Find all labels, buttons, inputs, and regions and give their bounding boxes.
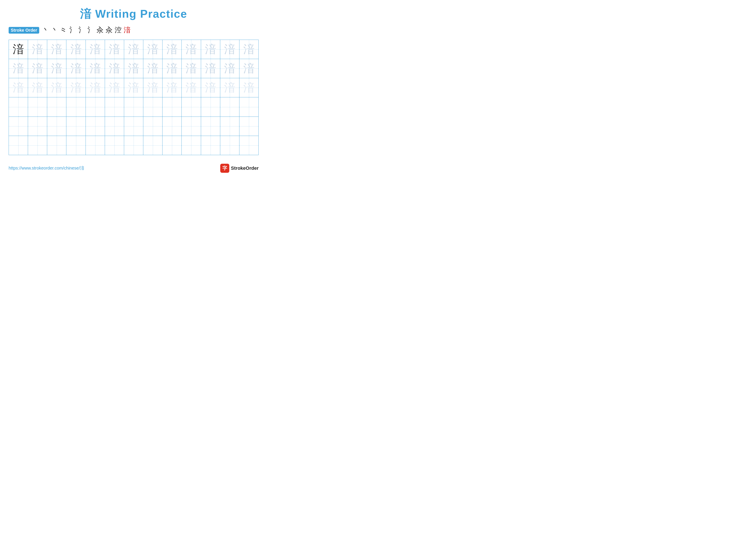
grid-cell[interactable]: 湆 <box>105 59 124 78</box>
grid-cell[interactable] <box>220 136 239 155</box>
grid-cell[interactable]: 湆 <box>201 40 220 59</box>
practice-char: 湆 <box>224 44 235 55</box>
grid-cell[interactable]: 湆 <box>162 40 182 59</box>
grid-cell[interactable]: 湆 <box>9 40 28 59</box>
grid-cell[interactable] <box>220 117 239 136</box>
grid-cell[interactable] <box>67 97 86 116</box>
grid-cell[interactable]: 湆 <box>220 78 239 97</box>
grid-cell[interactable] <box>162 117 182 136</box>
practice-char: 湆 <box>109 63 120 74</box>
grid-cell[interactable]: 湆 <box>67 78 86 97</box>
grid-cell[interactable]: 湆 <box>28 78 47 97</box>
grid-cell[interactable] <box>124 117 143 136</box>
grid-cell[interactable]: 湆 <box>105 78 124 97</box>
grid-row: 湆湆湆湆湆湆湆湆湆湆湆湆湆 <box>9 59 258 78</box>
grid-cell[interactable] <box>182 136 201 155</box>
grid-cell[interactable] <box>67 136 86 155</box>
grid-cell[interactable]: 湆 <box>182 59 201 78</box>
grid-cell[interactable]: 湆 <box>162 59 182 78</box>
grid-cell[interactable]: 湆 <box>67 59 86 78</box>
grid-cell[interactable]: 湆 <box>86 78 105 97</box>
grid-cell[interactable]: 湆 <box>220 59 239 78</box>
grid-cell[interactable] <box>28 117 47 136</box>
grid-row <box>9 117 258 136</box>
grid-cell[interactable] <box>124 97 143 116</box>
grid-cell[interactable]: 湆 <box>162 78 182 97</box>
grid-cell[interactable]: 湆 <box>28 40 47 59</box>
grid-cell[interactable]: 湆 <box>239 78 258 97</box>
practice-char: 湆 <box>186 44 197 55</box>
grid-cell[interactable] <box>239 117 258 136</box>
practice-char: 湆 <box>13 44 24 55</box>
grid-cell[interactable] <box>201 136 220 155</box>
grid-cell[interactable] <box>9 136 28 155</box>
practice-char: 湆 <box>224 82 235 93</box>
grid-cell[interactable] <box>28 97 47 116</box>
practice-char: 湆 <box>51 44 62 55</box>
grid-cell[interactable]: 湆 <box>124 59 143 78</box>
grid-cell[interactable] <box>47 97 67 116</box>
grid-cell[interactable] <box>86 117 105 136</box>
grid-cell[interactable] <box>105 117 124 136</box>
grid-cell[interactable]: 湆 <box>182 78 201 97</box>
grid-cell[interactable] <box>28 136 47 155</box>
grid-cell[interactable]: 湆 <box>201 78 220 97</box>
grid-cell[interactable] <box>9 117 28 136</box>
grid-cell[interactable] <box>239 136 258 155</box>
grid-row: 湆湆湆湆湆湆湆湆湆湆湆湆湆 <box>9 40 258 59</box>
grid-cell[interactable] <box>239 97 258 116</box>
grid-cell[interactable]: 湆 <box>124 78 143 97</box>
grid-cell[interactable] <box>201 117 220 136</box>
grid-cell[interactable] <box>201 97 220 116</box>
grid-cell[interactable]: 湆 <box>143 59 162 78</box>
grid-cell[interactable]: 湆 <box>220 40 239 59</box>
grid-cell[interactable]: 湆 <box>143 40 162 59</box>
grid-cell[interactable] <box>105 136 124 155</box>
grid-cell[interactable] <box>9 97 28 116</box>
footer-brand: 字 StrokeOrder <box>220 164 258 173</box>
grid-cell[interactable] <box>67 117 86 136</box>
practice-char: 湆 <box>13 82 24 93</box>
footer-url: https://www.strokeorder.com/chinese/湆 <box>9 165 84 171</box>
practice-char: 湆 <box>32 44 43 55</box>
grid-row: 湆湆湆湆湆湆湆湆湆湆湆湆湆 <box>9 78 258 97</box>
grid-cell[interactable]: 湆 <box>124 40 143 59</box>
practice-char: 湆 <box>128 63 139 74</box>
grid-cell[interactable]: 湆 <box>47 59 67 78</box>
grid-cell[interactable] <box>105 97 124 116</box>
grid-cell[interactable]: 湆 <box>47 40 67 59</box>
grid-cell[interactable] <box>143 117 162 136</box>
grid-cell[interactable]: 湆 <box>86 59 105 78</box>
grid-cell[interactable] <box>143 97 162 116</box>
grid-cell[interactable] <box>47 136 67 155</box>
grid-cell[interactable] <box>47 117 67 136</box>
grid-cell[interactable] <box>182 97 201 116</box>
grid-cell[interactable]: 湆 <box>9 78 28 97</box>
practice-char: 湆 <box>166 63 177 74</box>
practice-char: 湆 <box>205 82 216 93</box>
grid-cell[interactable]: 湆 <box>239 40 258 59</box>
grid-cell[interactable]: 湆 <box>28 59 47 78</box>
practice-char: 湆 <box>186 63 197 74</box>
grid-cell[interactable]: 湆 <box>47 78 67 97</box>
grid-cell[interactable] <box>124 136 143 155</box>
grid-cell[interactable]: 湆 <box>201 59 220 78</box>
grid-cell[interactable]: 湆 <box>9 59 28 78</box>
grid-cell[interactable] <box>182 117 201 136</box>
grid-cell[interactable] <box>220 97 239 116</box>
grid-cell[interactable]: 湆 <box>105 40 124 59</box>
grid-cell[interactable]: 湆 <box>67 40 86 59</box>
grid-cell[interactable]: 湆 <box>239 59 258 78</box>
grid-cell[interactable] <box>86 97 105 116</box>
grid-cell[interactable]: 湆 <box>143 78 162 97</box>
grid-cell[interactable]: 湆 <box>86 40 105 59</box>
practice-char: 湆 <box>243 44 255 55</box>
grid-row <box>9 97 258 116</box>
practice-char: 湆 <box>13 63 24 74</box>
grid-cell[interactable] <box>143 136 162 155</box>
grid-cell[interactable] <box>86 136 105 155</box>
grid-cell[interactable]: 湆 <box>182 40 201 59</box>
grid-cell[interactable] <box>162 97 182 116</box>
grid-cell[interactable] <box>162 136 182 155</box>
practice-char: 湆 <box>186 82 197 93</box>
